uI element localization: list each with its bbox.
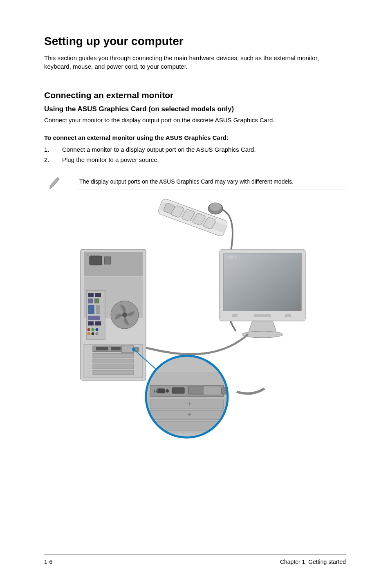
svg-point-27	[122, 312, 127, 317]
svg-rect-23	[90, 256, 102, 265]
subsection-heading: Using the ASUS Graphics Card (on selecte…	[44, 105, 346, 113]
svg-rect-37	[95, 321, 101, 325]
section-heading: Connecting an external monitor	[44, 90, 346, 100]
svg-rect-24	[104, 257, 111, 264]
svg-rect-35	[88, 316, 100, 320]
procedure-title: To connect an external monitor using the…	[44, 134, 346, 141]
svg-rect-46	[96, 347, 108, 350]
svg-rect-50	[93, 353, 134, 357]
svg-point-22	[97, 255, 99, 256]
svg-point-42	[92, 332, 94, 335]
svg-rect-29	[88, 293, 94, 297]
svg-rect-51	[93, 359, 134, 363]
note-block: The display output ports on the ASUS Gra…	[44, 174, 346, 192]
svg-point-43	[96, 332, 99, 335]
svg-text:+: +	[187, 411, 192, 419]
list-item: 1. Connect a monitor to a display output…	[44, 146, 346, 153]
svg-point-21	[94, 255, 95, 256]
step-text: Connect a monitor to a display output po…	[62, 146, 256, 153]
page-footer: 1-6 Chapter 1: Getting started	[44, 554, 346, 565]
svg-rect-65	[203, 386, 221, 395]
step-text: Plug the monitor to a power source.	[62, 156, 159, 163]
page-title: Setting up your computer	[44, 35, 346, 48]
svg-rect-11	[224, 254, 301, 311]
step-number: 1.	[44, 146, 62, 153]
svg-rect-48	[121, 346, 134, 352]
svg-text:+: +	[187, 400, 192, 408]
list-item: 2. Plug the monitor to a power source.	[44, 156, 346, 163]
page-number: 1-6	[44, 559, 52, 565]
svg-rect-15	[285, 314, 291, 317]
connection-diagram: ASUS	[44, 196, 346, 443]
svg-rect-36	[88, 321, 94, 325]
svg-text:ASUS: ASUS	[228, 256, 237, 259]
svg-point-40	[96, 328, 99, 331]
svg-text:H: H	[154, 389, 157, 393]
svg-point-20	[91, 255, 92, 256]
svg-point-39	[92, 328, 94, 331]
svg-point-41	[87, 332, 90, 335]
svg-point-8	[210, 203, 221, 211]
svg-rect-33	[88, 305, 94, 314]
svg-rect-52	[93, 365, 134, 369]
svg-point-55	[132, 348, 135, 351]
note-text: The display output ports on the ASUS Gra…	[77, 174, 346, 189]
chapter-label: Chapter 1: Getting started	[280, 559, 346, 565]
svg-rect-64	[188, 387, 205, 394]
svg-rect-47	[111, 347, 121, 350]
svg-rect-14	[254, 314, 271, 317]
svg-point-62	[166, 389, 169, 393]
svg-rect-32	[94, 298, 99, 303]
svg-rect-60	[157, 388, 165, 393]
svg-rect-53	[93, 370, 134, 375]
svg-rect-31	[88, 298, 93, 303]
svg-rect-13	[232, 314, 238, 317]
steps-list: 1. Connect a monitor to a display output…	[44, 146, 346, 163]
pen-icon	[44, 174, 77, 192]
subsection-description: Connect your monitor to the display outp…	[44, 117, 346, 123]
svg-rect-30	[95, 293, 101, 297]
svg-point-19	[87, 255, 89, 256]
intro-text: This section guides you through connecti…	[44, 54, 346, 71]
svg-point-38	[87, 328, 90, 331]
svg-rect-28	[86, 290, 105, 339]
svg-rect-63	[172, 388, 184, 393]
step-number: 2.	[44, 156, 62, 163]
svg-rect-66	[221, 388, 238, 394]
svg-rect-34	[96, 305, 100, 314]
